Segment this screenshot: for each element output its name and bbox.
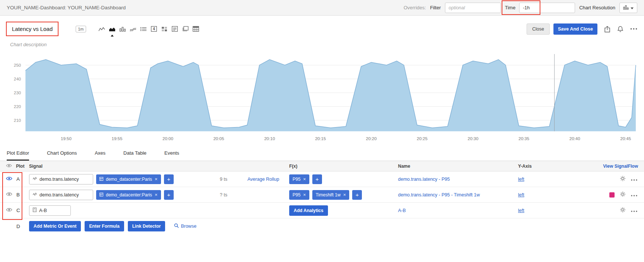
analytics-chip-label: P95 bbox=[293, 192, 300, 198]
svg-text:230: 230 bbox=[14, 91, 21, 95]
analytics-chip[interactable]: Timeshift 1w × bbox=[312, 190, 350, 200]
eye-icon[interactable] bbox=[6, 176, 12, 182]
tab-events[interactable]: Events bbox=[164, 145, 179, 161]
line-chart-icon[interactable] bbox=[97, 25, 107, 33]
signal-column-header: Signal bbox=[29, 164, 209, 169]
filter-chip[interactable]: demo_datacenter:Paris × bbox=[96, 190, 161, 200]
time-input[interactable] bbox=[519, 3, 575, 13]
svg-text:4: 4 bbox=[153, 27, 155, 31]
tab-chart-options[interactable]: Chart Options bbox=[47, 145, 77, 161]
browse-link[interactable]: Browse bbox=[174, 223, 196, 229]
heatmap-icon[interactable] bbox=[160, 25, 169, 33]
eye-icon[interactable] bbox=[6, 164, 12, 169]
time-label: Time bbox=[505, 5, 515, 10]
eye-icon[interactable] bbox=[6, 192, 12, 198]
row-more-icon[interactable] bbox=[631, 177, 637, 182]
plot-row-c: C A-B Add Analytics A-B left bbox=[0, 203, 644, 218]
remove-chip-icon[interactable]: × bbox=[155, 176, 158, 182]
add-analytics-button[interactable]: Add Analytics bbox=[289, 205, 328, 216]
enter-formula-button[interactable]: Enter Formula bbox=[85, 221, 124, 231]
analytics-chip-label: P95 bbox=[293, 177, 300, 182]
gear-icon[interactable] bbox=[620, 176, 626, 183]
chart-title-input[interactable]: Latency vs Load bbox=[6, 22, 59, 36]
list-chart-icon[interactable] bbox=[139, 25, 148, 33]
plot-name-link[interactable]: A-B bbox=[398, 208, 406, 213]
svg-text:210: 210 bbox=[14, 118, 21, 123]
row-more-icon[interactable] bbox=[631, 192, 637, 198]
svg-text:19:50: 19:50 bbox=[61, 136, 72, 141]
save-and-close-button[interactable]: Save And Close bbox=[553, 23, 597, 35]
filter-input[interactable] bbox=[445, 3, 501, 13]
column-chart-icon[interactable] bbox=[118, 25, 127, 33]
tab-plot-editor[interactable]: Plot Editor bbox=[7, 145, 29, 161]
analytics-chip[interactable]: P95 × bbox=[289, 174, 309, 184]
top-bar: YOUR_NAME-Dashboard: YOUR_NAME-Dashboard… bbox=[0, 0, 644, 16]
share-icon[interactable] bbox=[604, 26, 610, 32]
chart-area[interactable]: 21022023024025019:5019:5520:0020:0520:10… bbox=[0, 47, 644, 145]
histogram-chart-icon[interactable] bbox=[129, 25, 138, 33]
remove-chip-icon[interactable]: × bbox=[303, 176, 306, 182]
plot-row-a: A demo.trans.latency demo_datacenter:Par… bbox=[0, 171, 644, 187]
bell-icon[interactable] bbox=[617, 26, 624, 32]
add-metric-or-event-button[interactable]: Add Metric Or Event bbox=[29, 221, 81, 231]
add-analytics-button[interactable]: + bbox=[352, 190, 362, 200]
row-more-icon[interactable] bbox=[631, 208, 637, 213]
plot-name-link[interactable]: demo.trans.latency - P95 bbox=[398, 177, 450, 182]
svg-text:20:25: 20:25 bbox=[417, 136, 427, 141]
add-filter-button[interactable]: + bbox=[164, 174, 174, 184]
dimension-icon bbox=[100, 177, 103, 182]
signal-input[interactable]: demo.trans.latency bbox=[29, 190, 93, 200]
yaxis-link[interactable]: left bbox=[518, 177, 524, 182]
link-detector-button[interactable]: Link Detector bbox=[128, 221, 165, 231]
chart-resolution-dropdown[interactable] bbox=[619, 3, 637, 13]
formula-input[interactable]: A-B bbox=[29, 205, 71, 216]
yaxis-column-header: Y-Axis bbox=[518, 164, 558, 169]
tab-data-table[interactable]: Data Table bbox=[123, 145, 146, 161]
remove-chip-icon[interactable]: × bbox=[155, 192, 158, 198]
gear-icon[interactable] bbox=[620, 191, 626, 198]
eye-icon[interactable] bbox=[6, 208, 12, 213]
more-icon[interactable] bbox=[630, 28, 637, 30]
remove-chip-icon[interactable]: × bbox=[343, 192, 346, 198]
table-chart-icon[interactable] bbox=[191, 25, 201, 33]
dashboard-breadcrumb: YOUR_NAME-Dashboard: YOUR_NAME-Dashboard bbox=[7, 5, 126, 10]
single-value-icon[interactable]: 4 bbox=[149, 25, 159, 33]
text-note-icon[interactable] bbox=[170, 25, 180, 33]
gear-icon[interactable] bbox=[620, 207, 626, 214]
signal-input[interactable]: demo.trans.latency bbox=[29, 174, 93, 184]
chart-description-input[interactable]: Chart description bbox=[0, 36, 644, 47]
yaxis-link[interactable]: left bbox=[518, 192, 524, 198]
svg-text:220: 220 bbox=[14, 104, 21, 109]
filter-chip[interactable]: demo_datacenter:Paris × bbox=[96, 174, 161, 184]
plot-name-link[interactable]: demo.trans.latency - P95 - Timeshift 1w bbox=[398, 192, 480, 198]
analytics-chip[interactable]: P95 × bbox=[289, 190, 309, 200]
metric-icon bbox=[33, 192, 37, 198]
rollup-link[interactable]: Average Rollup bbox=[247, 177, 279, 182]
svg-text:20:35: 20:35 bbox=[518, 136, 529, 141]
plot-letter: C bbox=[16, 208, 20, 213]
browse-label[interactable]: Browse bbox=[181, 224, 196, 229]
tab-axes[interactable]: Axes bbox=[95, 145, 105, 161]
remove-chip-icon[interactable]: × bbox=[303, 192, 306, 198]
color-swatch[interactable] bbox=[609, 192, 615, 198]
svg-text:20:05: 20:05 bbox=[213, 136, 224, 141]
resolution-badge: 1m bbox=[76, 26, 86, 32]
svg-text:20:15: 20:15 bbox=[315, 136, 326, 141]
svg-text:20:10: 20:10 bbox=[264, 136, 275, 141]
chart-type-toolbar: 4 bbox=[97, 25, 201, 33]
add-analytics-button[interactable]: + bbox=[312, 174, 322, 184]
timeseries-count: 9 ts bbox=[209, 177, 233, 182]
close-button[interactable]: Close bbox=[527, 23, 550, 35]
chevron-down-icon bbox=[631, 5, 634, 10]
overrides-group: Overrides: Filter Time Chart Resolution bbox=[404, 3, 637, 13]
signal-text: demo.trans.latency bbox=[40, 177, 79, 182]
timeseries-count: ? ts bbox=[209, 192, 233, 198]
search-icon bbox=[174, 223, 179, 229]
svg-text:20:45: 20:45 bbox=[620, 136, 631, 141]
event-feed-icon[interactable] bbox=[181, 25, 190, 33]
yaxis-link[interactable]: left bbox=[518, 208, 524, 213]
area-chart-icon[interactable] bbox=[108, 25, 117, 33]
view-signalflow-link[interactable]: View SignalFlow bbox=[603, 164, 638, 169]
add-filter-button[interactable]: + bbox=[164, 190, 174, 200]
chart-header: Latency vs Load 1m 4 Close Save And Clos… bbox=[0, 16, 644, 36]
